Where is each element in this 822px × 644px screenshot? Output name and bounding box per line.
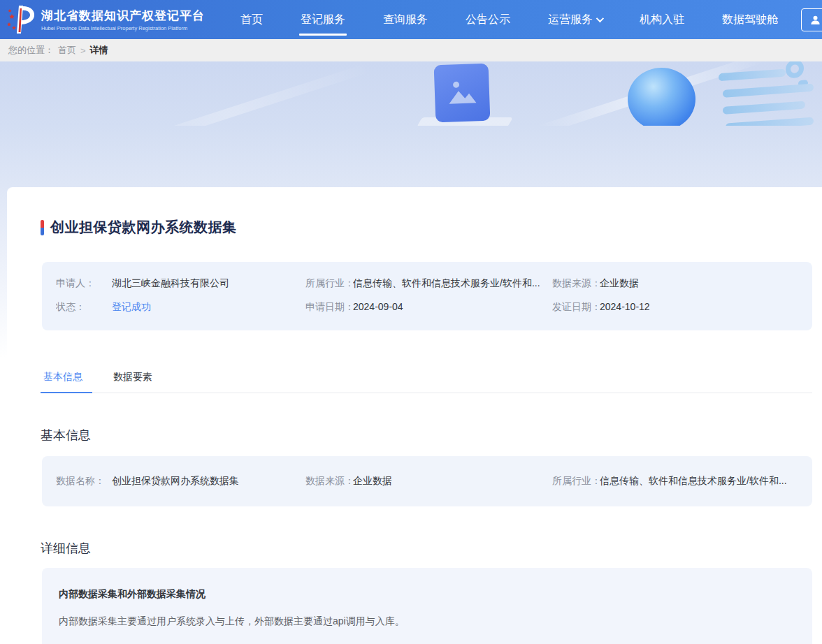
nav-item-data-cockpit[interactable]: 数据驾驶舱	[703, 0, 797, 39]
nav-item-query-service[interactable]: 查询服务	[364, 0, 447, 39]
basic-info-box: 数据名称： 创业担保贷款网办系统数据集 数据来源： 企业数据 所属行业： 信息传…	[42, 456, 812, 506]
platform-logo[interactable]: 湖北省数据知识产权登记平台 Hubei Province Data Intell…	[7, 4, 205, 35]
status-link[interactable]: 登记成功	[112, 301, 151, 314]
nav-item-operation-service[interactable]: 运营服务	[529, 0, 621, 39]
field-data-name: 数据名称： 创业担保贷款网办系统数据集	[56, 475, 305, 488]
breadcrumb-separator: >	[80, 45, 86, 56]
detail-card: 创业担保贷款网办系统数据集 申请人： 湖北三峡金融科技有限公司 所属行业： 信息…	[7, 187, 822, 644]
field-data-source: 数据来源： 企业数据	[552, 277, 798, 290]
breadcrumb-current: 详情	[90, 44, 108, 57]
page-title: 创业担保贷款网办系统数据集	[50, 218, 237, 237]
detail-info-box: 内部数据采集和外部数据采集情况 内部数据采集主要通过用户系统录入与上传，外部数据…	[42, 568, 812, 644]
user-icon	[810, 15, 821, 25]
field-basic-data-source: 数据来源： 企业数据	[305, 475, 552, 488]
banner-illustration	[0, 61, 822, 126]
field-status: 状态： 登记成功	[56, 301, 305, 314]
logo-title: 湖北省数据知识产权登记平台	[41, 8, 205, 24]
banner-doc-lines	[719, 61, 822, 126]
chevron-down-icon	[596, 15, 604, 22]
tab-data-elements[interactable]: 数据要素	[112, 365, 154, 393]
summary-box: 申请人： 湖北三峡金融科技有限公司 所属行业： 信息传输、软件和信息技术服务业/…	[42, 262, 812, 330]
nav-item-home[interactable]: 首页	[222, 0, 282, 39]
nav-item-announcements[interactable]: 公告公示	[447, 0, 529, 39]
field-industry: 所属行业： 信息传输、软件和信息技术服务业/软件和...	[305, 277, 552, 290]
field-apply-date: 申请日期： 2024-09-04	[305, 301, 552, 314]
detail-section-title-collection: 内部数据采集和外部数据采集情况	[59, 588, 795, 601]
logo-subtitle: Hubei Province Data Intellectual Propert…	[41, 25, 205, 31]
breadcrumb-prefix: 您的位置：	[8, 44, 54, 57]
top-navigation-bar: 湖北省数据知识产权登记平台 Hubei Province Data Intell…	[0, 0, 822, 39]
banner-sphere	[628, 68, 695, 126]
tab-basic-info[interactable]: 基本信息	[42, 365, 84, 393]
detail-info-heading: 详细信息	[41, 540, 822, 557]
platform-logo-icon	[7, 4, 36, 35]
nav-item-registration-service[interactable]: 登记服务	[282, 0, 364, 39]
nav-menu: 首页 登记服务 查询服务 公告公示 运营服务 机构入驻 数据驾驶舱	[222, 0, 797, 39]
field-issue-date: 发证日期： 2024-10-12	[552, 301, 798, 314]
banner-image-card-icon	[434, 64, 491, 123]
field-applicant: 申请人： 湖北三峡金融科技有限公司	[56, 277, 305, 290]
field-basic-industry: 所属行业： 信息传输、软件和信息技术服务业/软件和...	[552, 475, 798, 488]
login-button[interactable]: 登录	[801, 8, 822, 31]
breadcrumb-home-link[interactable]: 首页	[58, 44, 76, 57]
title-marker	[41, 220, 44, 235]
detail-section-text-collection: 内部数据采集主要通过用户系统录入与上传，外部数据主要通过api调用与入库。	[59, 614, 795, 629]
basic-info-heading: 基本信息	[41, 427, 822, 444]
detail-tabs: 基本信息 数据要素	[42, 365, 812, 393]
breadcrumb: 您的位置： 首页 > 详情	[0, 39, 822, 61]
nav-item-institution-entry[interactable]: 机构入驻	[621, 0, 703, 39]
